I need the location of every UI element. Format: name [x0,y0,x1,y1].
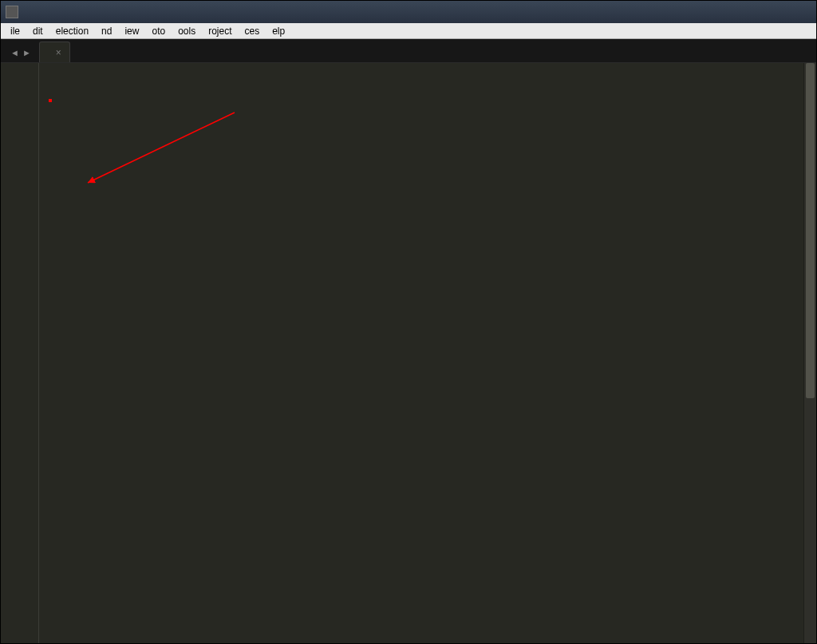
annotation-arrow [83,109,243,189]
line-number-gutter [1,63,39,643]
annotation-rectangle [49,99,52,102]
tab-nav-left-icon[interactable]: ◄ [10,48,19,57]
svg-line-0 [88,113,235,183]
menu-find[interactable]: nd [95,24,118,38]
menu-project[interactable]: roject [202,24,238,38]
scrollbar-thumb[interactable] [806,63,815,398]
menu-edit[interactable]: dit [26,24,49,38]
editor[interactable] [1,63,816,643]
app-window: ile dit election nd iew oto ools roject … [0,0,817,644]
tab-active[interactable]: × [39,41,70,62]
code-area[interactable] [39,63,803,643]
tab-close-icon[interactable]: × [56,47,61,58]
tab-row: ◄ ► × [1,39,816,63]
tab-nav-right-icon[interactable]: ► [22,48,31,57]
titlebar[interactable] [1,1,816,23]
app-icon [6,6,18,18]
menu-help[interactable]: elp [266,24,291,38]
menu-tools[interactable]: ools [172,24,202,38]
menu-selection[interactable]: election [49,24,95,38]
menu-goto[interactable]: oto [145,24,172,38]
menu-preferences[interactable]: ces [239,24,266,38]
tab-nav-arrows[interactable]: ◄ ► [7,48,39,62]
vertical-scrollbar[interactable] [803,63,816,643]
menu-file[interactable]: ile [4,24,26,38]
menubar: ile dit election nd iew oto ools roject … [1,23,816,39]
menu-view[interactable]: iew [118,24,145,38]
